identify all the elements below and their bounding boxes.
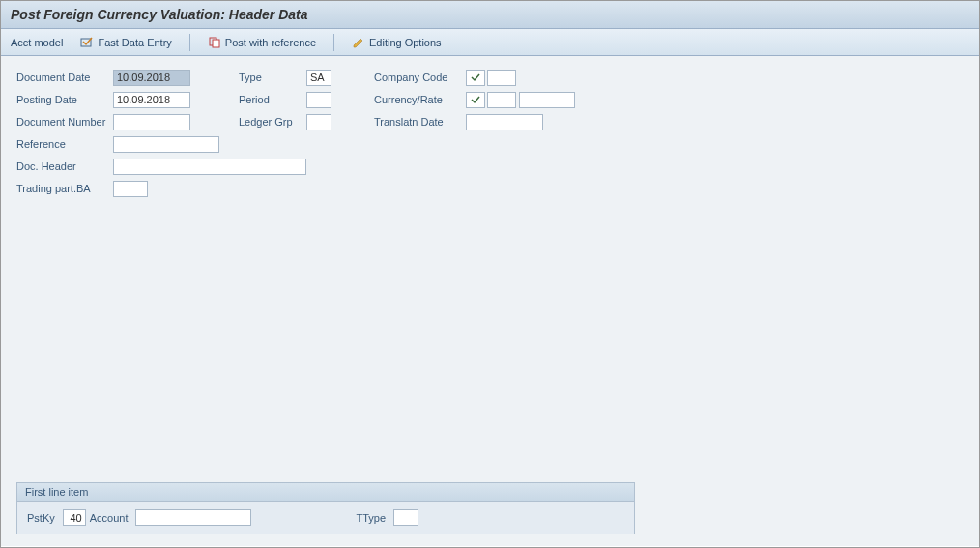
trading-part-ba-input[interactable] [113,181,148,197]
account-input[interactable] [135,509,251,526]
copy-icon [208,36,221,49]
first-line-item-panel: First line item PstKy Account TType [16,482,635,534]
currency-rate-input-2[interactable] [519,92,575,108]
period-input[interactable] [306,92,331,108]
type-label: Type [239,72,306,83]
currency-rate-input-1[interactable] [487,92,516,108]
toolbar-separator [189,34,190,51]
document-number-label: Document Number [16,116,113,128]
editing-options-button[interactable]: Editing Options [352,36,442,49]
pstky-label: PstKy [27,512,55,524]
pencil-icon [352,36,365,49]
type-input[interactable] [306,70,331,86]
ttype-input[interactable] [393,509,418,526]
ttype-label: TType [356,512,386,524]
period-label: Period [239,94,306,105]
currency-rate-label: Currency/Rate [374,94,466,105]
trading-part-ba-label: Trading part.BA [16,183,113,194]
company-code-input[interactable] [487,70,516,86]
translatn-date-input[interactable] [466,114,543,130]
posting-date-input[interactable] [113,92,190,108]
account-label: Account [90,512,129,524]
pstky-input[interactable] [63,509,86,526]
company-code-label: Company Code [374,72,466,83]
posting-date-label: Posting Date [16,94,113,105]
currency-rate-required-icon [466,92,485,108]
post-with-reference-button[interactable]: Post with reference [208,36,316,49]
translatn-date-label: Translatn Date [374,116,466,128]
panel-title: First line item [17,483,634,502]
svg-rect-2 [213,40,219,47]
ledger-grp-input[interactable] [306,114,331,130]
doc-header-label: Doc. Header [16,160,113,172]
reference-label: Reference [16,138,113,150]
fast-entry-icon [80,36,94,49]
document-date-input[interactable] [113,70,190,86]
document-date-label: Document Date [16,72,113,83]
ledger-grp-label: Ledger Grp [239,116,306,128]
doc-header-input[interactable] [113,159,306,175]
company-code-required-icon [466,70,485,86]
form-area: Document Date Type Company Code Posting … [1,56,979,546]
page-title: Post Foreign Currency Valuation: Header … [1,1,979,29]
document-number-input[interactable] [113,114,190,130]
fast-data-entry-button[interactable]: Fast Data Entry [80,36,171,49]
toolbar-separator [333,34,334,51]
toolbar: Acct model Fast Data Entry Post with ref… [1,29,979,56]
acct-model-button[interactable]: Acct model [11,37,63,48]
reference-input[interactable] [113,136,219,153]
